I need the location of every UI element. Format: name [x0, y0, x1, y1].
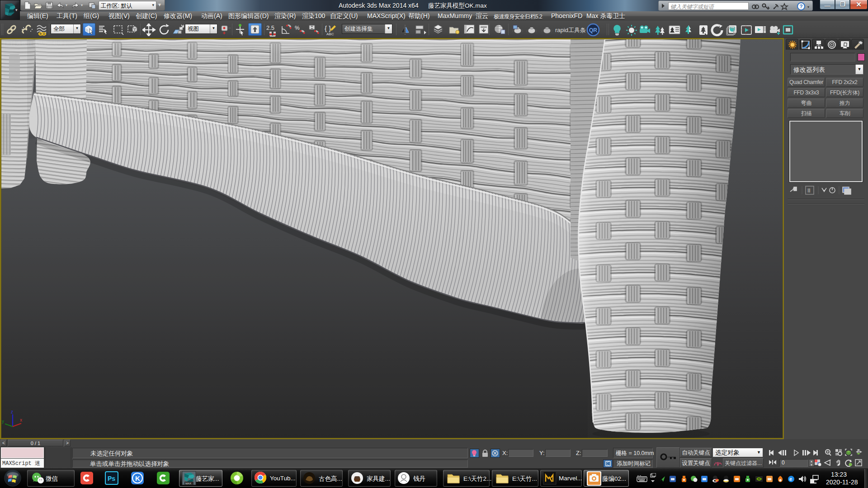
- svg-text:MAX: MAX: [185, 482, 191, 485]
- svg-text:[ + ] [ 透视 ] [ 默认明暗处理 ]: [ + ] [ 透视 ] [ 默认明暗处理 ]: [4, 40, 66, 46]
- svg-text:{ }: { }: [325, 24, 331, 32]
- svg-text:z: z: [11, 409, 13, 414]
- svg-text:%: %: [295, 25, 300, 31]
- svg-text:Ps: Ps: [108, 475, 115, 482]
- svg-text:K: K: [135, 474, 140, 482]
- svg-text:QR: QR: [589, 27, 597, 33]
- svg-text:▾: ▾: [807, 5, 809, 9]
- svg-text:II: II: [807, 188, 811, 194]
- svg-text:?: ?: [800, 4, 803, 9]
- svg-text:y: y: [2, 419, 4, 424]
- svg-text:x: x: [20, 418, 22, 422]
- svg-text:ABC: ABC: [326, 32, 334, 36]
- svg-text:e: e: [789, 476, 792, 482]
